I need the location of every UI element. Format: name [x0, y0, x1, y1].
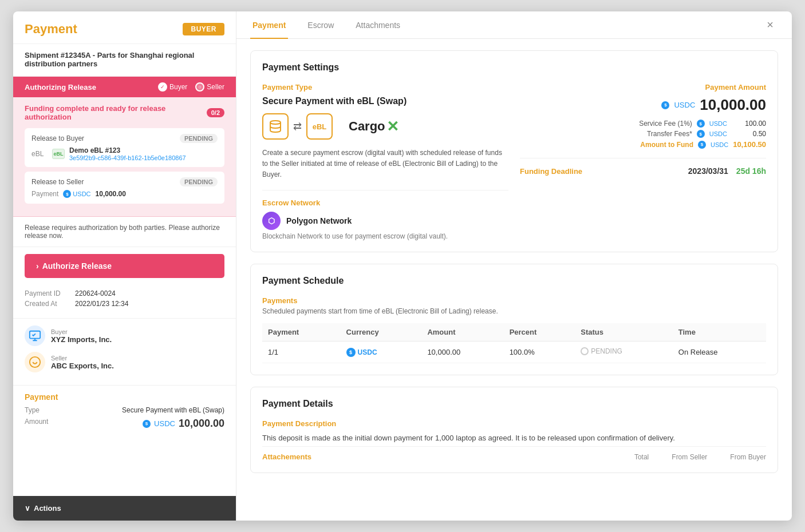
seller-icon [25, 352, 45, 372]
transfer-fee-currency: USDC [709, 130, 727, 137]
amount-row: Amount $ USDC 10,000.00 [25, 418, 224, 430]
tab-payment[interactable]: Payment [250, 11, 288, 39]
row-currency: $ USDC [341, 341, 422, 363]
auth-note: Release requires authorization by both p… [13, 217, 236, 247]
amount-fund-icon: $ [698, 141, 706, 149]
usdc-currency: $ USDC [63, 190, 90, 198]
seller-payment-info: Payment $ USDC 10,000.00 [31, 190, 218, 198]
fee-rows: Service Fee (1%) $ USDC 100.00 Transfer … [520, 120, 766, 149]
tab-attachments[interactable]: Attachments [353, 11, 402, 39]
payment-details-card: Payment Details Payment Description This… [250, 387, 778, 474]
attachments-label: Attachements [262, 452, 311, 461]
amount-value: 10,000.00 [179, 418, 224, 430]
release-buyer-header: Release to Buyer PENDING [31, 134, 218, 143]
footer-cols: Total From Seller From Buyer [634, 453, 766, 461]
seller-amount: 10,000.00 [96, 190, 126, 198]
database-icon [262, 113, 289, 140]
row-status: PENDING [575, 341, 673, 363]
ebl-box-icon: eBL [306, 113, 333, 140]
row-percent: 100.0% [504, 341, 575, 363]
payment-id-row: Payment ID 220624-0024 [25, 289, 224, 297]
buyer-name: XYZ Imports, Inc. [51, 335, 112, 344]
buyer-party-item: ✓ Buyer [158, 82, 187, 92]
release-seller-label: Release to Seller [31, 178, 84, 186]
from-seller-col: From Seller [672, 453, 707, 461]
amount-to-fund-value: 10,100.50 [733, 140, 766, 149]
transfer-fee-label: Transfer Fees* [647, 130, 692, 138]
table-header-row: Payment Currency Amount Percent Status T… [262, 323, 766, 342]
pending-circle-icon [581, 347, 589, 355]
payment-section-left: Payment Type Secure Payment with eBL (Sw… [13, 386, 236, 440]
created-at-row: Created At 2022/01/23 12:34 [25, 300, 224, 308]
service-fee-currency: USDC [709, 120, 727, 127]
funding-deadline-label: Funding Deadline [520, 167, 582, 176]
buyer-row: Buyer XYZ Imports, Inc. [25, 325, 224, 346]
ebl-hash[interactable]: 3e59f2b9-c586-439f-b162-1b5e0e180867 [69, 154, 186, 161]
table-row: 1/1 $ USDC 10,000.00 100.0% [262, 341, 766, 363]
col-status: Status [575, 323, 673, 342]
row-currency-label: USDC [358, 348, 377, 356]
seller-info: Seller ABC Exports, Inc. [51, 355, 114, 370]
service-fee-label: Service Fee (1%) [639, 120, 692, 128]
schedule-card-title: Payment Schedule [262, 276, 766, 286]
buyer-role-label: Buyer [51, 328, 112, 335]
deadline-date: 2023/03/31 [688, 166, 728, 176]
payment-id-label: Payment ID [25, 289, 70, 297]
payment-amount-label: Payment Amount [520, 83, 766, 92]
modal-title: Payment [25, 22, 77, 37]
row-status-text: PENDING [591, 347, 622, 355]
ebl-text-label: eBL [31, 150, 48, 158]
col-percent: Percent [504, 323, 575, 342]
usdc-main-icon: $ [661, 101, 669, 109]
schedule-table: Payment Currency Amount Percent Status T… [262, 323, 766, 363]
close-button[interactable]: × [762, 14, 778, 36]
seller-party-item: ○ Seller [195, 82, 224, 92]
right-content: Payment Settings Payment Type Secure Pay… [236, 39, 792, 521]
usdc-amount-label: USDC [154, 419, 175, 428]
payment-id-value: 220624-0024 [75, 289, 116, 297]
shipment-info: Shipment #12345A - Parts for Shanghai re… [13, 44, 236, 77]
tabs-bar: Payment Escrow Attachments × [236, 11, 792, 39]
ebl-name-hash: Demo eBL #123 3e59f2b9-c586-439f-b162-1b… [69, 146, 186, 161]
ebl-info: eBL eBL Demo eBL #123 3e59f2b9-c586-439f… [31, 146, 218, 161]
release-to-buyer-item: Release to Buyer PENDING eBL eBL Demo eB… [25, 128, 224, 167]
col-currency: Currency [341, 323, 422, 342]
type-value: Secure Payment with eBL (Swap) [122, 406, 224, 414]
row-currency-icon: $ [346, 348, 356, 357]
actions-label: Actions [34, 504, 61, 513]
row-payment: 1/1 [262, 341, 341, 363]
left-header: Payment BUYER [13, 11, 236, 44]
payment-modal: Payment BUYER Shipment #12345A - Parts f… [13, 11, 792, 521]
amount-label: Amount [25, 418, 48, 430]
deadline-values: 2023/03/31 25d 16h [688, 166, 766, 176]
transfer-fee-icon: $ [697, 130, 705, 138]
settings-right: Payment Amount $ USDC 10,000.00 Service … [520, 83, 766, 240]
payment-desc-label: Payment Description [262, 419, 766, 428]
amount-to-fund-row: Amount to Fund $ USDC 10,100.50 [520, 140, 766, 149]
ebl-name: Demo eBL #123 [69, 146, 186, 154]
payment-meta: Payment ID 220624-0024 Created At 2022/0… [13, 285, 236, 319]
service-fee-row: Service Fee (1%) $ USDC 100.00 [520, 120, 766, 128]
row-amount: 10,000.00 [421, 341, 503, 363]
usdc-amount-icon: $ [143, 420, 151, 428]
payment-settings-card: Payment Settings Payment Type Secure Pay… [250, 50, 778, 252]
right-panel: Payment Escrow Attachments × Payment Set… [236, 11, 792, 521]
cargox-text: Cargo [349, 119, 385, 134]
funding-box: Funding complete and ready for release a… [13, 97, 236, 128]
amount-to-fund-label: Amount to Fund [640, 141, 693, 149]
settings-card-title: Payment Settings [262, 62, 766, 73]
actions-bar[interactable]: ∨ Actions [13, 496, 236, 521]
cargox-x: ✕ [386, 118, 399, 136]
tab-escrow[interactable]: Escrow [305, 11, 336, 39]
authorize-release-button[interactable]: › Authorize Release [25, 254, 224, 278]
attachments-footer: Attachements Total From Seller From Buye… [262, 446, 766, 461]
release-buyer-label: Release to Buyer [31, 134, 84, 142]
row-status-badge: PENDING [581, 347, 622, 355]
type-label: Type [25, 406, 40, 414]
svg-point-2 [270, 121, 281, 124]
settings-left: Payment Type Secure Payment with eBL (Sw… [262, 83, 508, 240]
auth-parties: ✓ Buyer ○ Seller [158, 82, 224, 92]
service-fee-value: 100.00 [732, 120, 766, 128]
amount-display: $ USDC 10,000.00 [143, 418, 224, 430]
row-time: On Release [673, 341, 766, 363]
